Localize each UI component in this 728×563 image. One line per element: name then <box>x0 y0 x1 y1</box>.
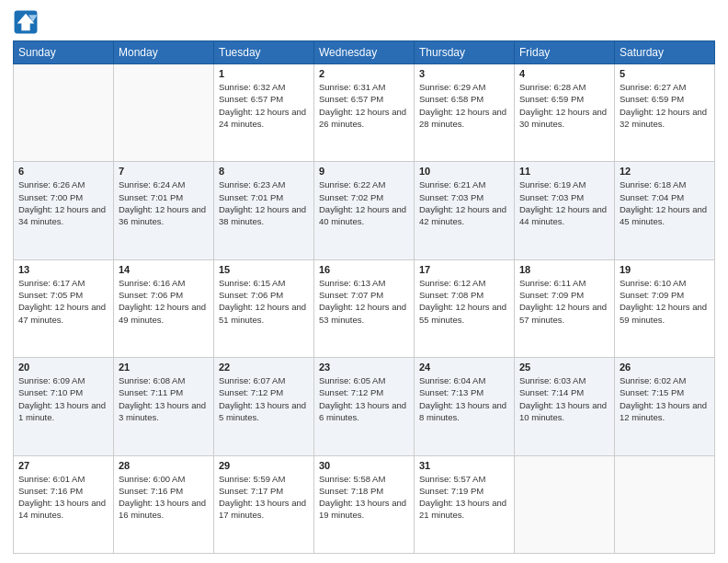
day-info: Sunrise: 6:02 AM Sunset: 7:15 PM Dayligh… <box>620 374 710 423</box>
day-number: 7 <box>119 166 209 177</box>
logo <box>13 9 42 35</box>
day-info: Sunrise: 6:05 AM Sunset: 7:12 PM Dayligh… <box>319 374 409 423</box>
calendar-cell: 1Sunrise: 6:32 AM Sunset: 6:57 PM Daylig… <box>214 64 314 162</box>
calendar-cell: 20Sunrise: 6:09 AM Sunset: 7:10 PM Dayli… <box>14 358 114 455</box>
day-info: Sunrise: 6:09 AM Sunset: 7:10 PM Dayligh… <box>18 374 108 423</box>
day-info: Sunrise: 5:58 AM Sunset: 7:18 PM Dayligh… <box>319 473 409 522</box>
calendar-cell: 16Sunrise: 6:13 AM Sunset: 7:07 PM Dayli… <box>314 259 415 357</box>
calendar-cell: 30Sunrise: 5:58 AM Sunset: 7:18 PM Dayli… <box>314 455 415 553</box>
day-number: 13 <box>18 264 108 275</box>
day-info: Sunrise: 6:29 AM Sunset: 6:58 PM Dayligh… <box>419 81 509 130</box>
day-number: 5 <box>620 68 710 79</box>
calendar-cell: 26Sunrise: 6:02 AM Sunset: 7:15 PM Dayli… <box>615 358 715 455</box>
calendar-cell: 10Sunrise: 6:21 AM Sunset: 7:03 PM Dayli… <box>415 162 515 259</box>
col-header-friday: Friday <box>515 41 615 64</box>
calendar-cell: 31Sunrise: 5:57 AM Sunset: 7:19 PM Dayli… <box>415 455 515 553</box>
calendar-cell: 23Sunrise: 6:05 AM Sunset: 7:12 PM Dayli… <box>314 358 415 455</box>
day-info: Sunrise: 6:17 AM Sunset: 7:05 PM Dayligh… <box>18 277 108 326</box>
calendar-cell: 5Sunrise: 6:27 AM Sunset: 6:59 PM Daylig… <box>615 64 715 162</box>
calendar-cell: 3Sunrise: 6:29 AM Sunset: 6:58 PM Daylig… <box>415 64 515 162</box>
day-info: Sunrise: 5:59 AM Sunset: 7:17 PM Dayligh… <box>219 473 309 522</box>
day-number: 25 <box>519 362 609 373</box>
calendar-cell: 4Sunrise: 6:28 AM Sunset: 6:59 PM Daylig… <box>515 64 615 162</box>
page: SundayMondayTuesdayWednesdayThursdayFrid… <box>0 0 728 563</box>
day-number: 22 <box>219 362 309 373</box>
day-number: 1 <box>219 68 309 79</box>
calendar-table: SundayMondayTuesdayWednesdayThursdayFrid… <box>13 40 715 554</box>
day-number: 30 <box>319 460 409 471</box>
calendar-cell: 14Sunrise: 6:16 AM Sunset: 7:06 PM Dayli… <box>114 259 214 357</box>
day-number: 24 <box>419 362 509 373</box>
col-header-wednesday: Wednesday <box>314 41 415 64</box>
day-number: 11 <box>519 166 609 177</box>
day-info: Sunrise: 6:12 AM Sunset: 7:08 PM Dayligh… <box>419 277 509 326</box>
day-number: 9 <box>319 166 409 177</box>
calendar-cell <box>515 455 615 553</box>
col-header-thursday: Thursday <box>415 41 515 64</box>
day-info: Sunrise: 6:26 AM Sunset: 7:00 PM Dayligh… <box>18 178 108 227</box>
calendar-cell: 28Sunrise: 6:00 AM Sunset: 7:16 PM Dayli… <box>114 455 214 553</box>
calendar-cell: 2Sunrise: 6:31 AM Sunset: 6:57 PM Daylig… <box>314 64 415 162</box>
day-info: Sunrise: 6:08 AM Sunset: 7:11 PM Dayligh… <box>119 374 209 423</box>
day-number: 8 <box>219 166 309 177</box>
day-info: Sunrise: 6:31 AM Sunset: 6:57 PM Dayligh… <box>319 81 409 130</box>
day-number: 16 <box>319 264 409 275</box>
calendar-cell: 27Sunrise: 6:01 AM Sunset: 7:16 PM Dayli… <box>14 455 114 553</box>
day-info: Sunrise: 6:19 AM Sunset: 7:03 PM Dayligh… <box>519 178 609 227</box>
col-header-saturday: Saturday <box>615 41 715 64</box>
calendar-cell: 6Sunrise: 6:26 AM Sunset: 7:00 PM Daylig… <box>14 162 114 259</box>
calendar-cell: 7Sunrise: 6:24 AM Sunset: 7:01 PM Daylig… <box>114 162 214 259</box>
calendar-cell <box>14 64 114 162</box>
day-number: 31 <box>419 460 509 471</box>
day-number: 18 <box>519 264 609 275</box>
col-header-monday: Monday <box>114 41 214 64</box>
calendar-cell: 11Sunrise: 6:19 AM Sunset: 7:03 PM Dayli… <box>515 162 615 259</box>
day-info: Sunrise: 6:28 AM Sunset: 6:59 PM Dayligh… <box>519 81 609 130</box>
day-info: Sunrise: 6:04 AM Sunset: 7:13 PM Dayligh… <box>419 374 509 423</box>
calendar-cell: 9Sunrise: 6:22 AM Sunset: 7:02 PM Daylig… <box>314 162 415 259</box>
calendar-cell: 24Sunrise: 6:04 AM Sunset: 7:13 PM Dayli… <box>415 358 515 455</box>
calendar-cell: 22Sunrise: 6:07 AM Sunset: 7:12 PM Dayli… <box>214 358 314 455</box>
calendar-cell: 25Sunrise: 6:03 AM Sunset: 7:14 PM Dayli… <box>515 358 615 455</box>
day-info: Sunrise: 5:57 AM Sunset: 7:19 PM Dayligh… <box>419 473 509 522</box>
col-header-sunday: Sunday <box>14 41 114 64</box>
day-info: Sunrise: 6:00 AM Sunset: 7:16 PM Dayligh… <box>119 473 209 522</box>
day-number: 23 <box>319 362 409 373</box>
day-number: 21 <box>119 362 209 373</box>
day-info: Sunrise: 6:11 AM Sunset: 7:09 PM Dayligh… <box>519 277 609 326</box>
day-number: 27 <box>18 460 108 471</box>
day-info: Sunrise: 6:24 AM Sunset: 7:01 PM Dayligh… <box>119 178 209 227</box>
day-info: Sunrise: 6:15 AM Sunset: 7:06 PM Dayligh… <box>219 277 309 326</box>
calendar-cell: 8Sunrise: 6:23 AM Sunset: 7:01 PM Daylig… <box>214 162 314 259</box>
calendar-cell: 21Sunrise: 6:08 AM Sunset: 7:11 PM Dayli… <box>114 358 214 455</box>
day-info: Sunrise: 6:10 AM Sunset: 7:09 PM Dayligh… <box>620 277 710 326</box>
day-info: Sunrise: 6:32 AM Sunset: 6:57 PM Dayligh… <box>219 81 309 130</box>
day-number: 10 <box>419 166 509 177</box>
header <box>13 9 715 35</box>
day-number: 4 <box>519 68 609 79</box>
day-info: Sunrise: 6:18 AM Sunset: 7:04 PM Dayligh… <box>620 178 710 227</box>
calendar-cell: 13Sunrise: 6:17 AM Sunset: 7:05 PM Dayli… <box>14 259 114 357</box>
day-number: 20 <box>18 362 108 373</box>
day-number: 3 <box>419 68 509 79</box>
day-number: 6 <box>18 166 108 177</box>
day-number: 19 <box>620 264 710 275</box>
day-info: Sunrise: 6:13 AM Sunset: 7:07 PM Dayligh… <box>319 277 409 326</box>
day-number: 15 <box>219 264 309 275</box>
day-info: Sunrise: 6:21 AM Sunset: 7:03 PM Dayligh… <box>419 178 509 227</box>
day-info: Sunrise: 6:16 AM Sunset: 7:06 PM Dayligh… <box>119 277 209 326</box>
calendar-cell: 29Sunrise: 5:59 AM Sunset: 7:17 PM Dayli… <box>214 455 314 553</box>
day-info: Sunrise: 6:01 AM Sunset: 7:16 PM Dayligh… <box>18 473 108 522</box>
day-number: 2 <box>319 68 409 79</box>
day-info: Sunrise: 6:27 AM Sunset: 6:59 PM Dayligh… <box>620 81 710 130</box>
day-info: Sunrise: 6:23 AM Sunset: 7:01 PM Dayligh… <box>219 178 309 227</box>
day-info: Sunrise: 6:22 AM Sunset: 7:02 PM Dayligh… <box>319 178 409 227</box>
calendar-cell <box>114 64 214 162</box>
col-header-tuesday: Tuesday <box>214 41 314 64</box>
logo-icon <box>13 9 39 35</box>
calendar-cell <box>615 455 715 553</box>
day-number: 29 <box>219 460 309 471</box>
day-number: 26 <box>620 362 710 373</box>
day-number: 17 <box>419 264 509 275</box>
calendar-cell: 18Sunrise: 6:11 AM Sunset: 7:09 PM Dayli… <box>515 259 615 357</box>
